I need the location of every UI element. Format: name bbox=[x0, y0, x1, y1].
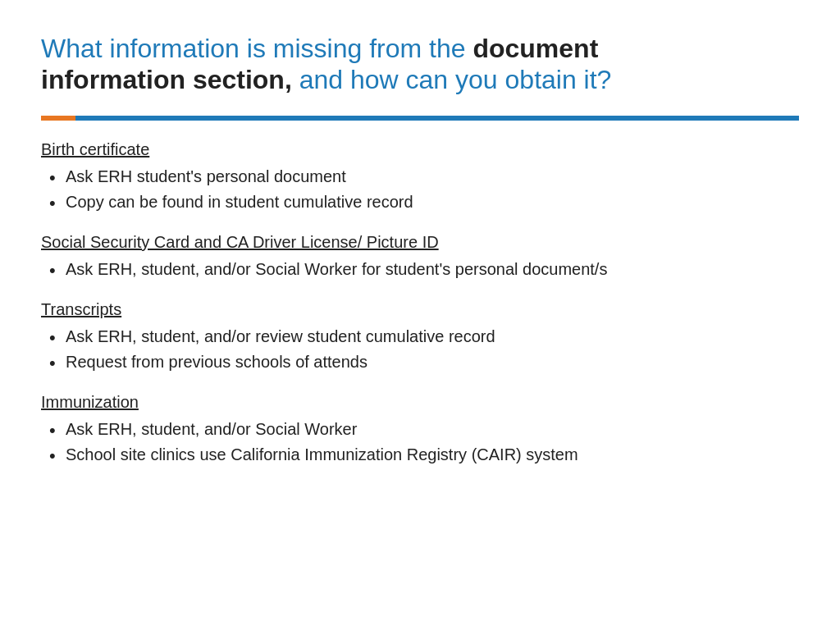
title-line2: information section, and how can you obt… bbox=[41, 64, 799, 95]
list-item: Ask ERH, student, and/or Social Worker bbox=[41, 418, 799, 441]
divider-bar bbox=[41, 116, 799, 121]
title-section: What information is missing from the doc… bbox=[41, 33, 799, 96]
list-item: Ask ERH, student, and/or review student … bbox=[41, 326, 799, 348]
transcripts-bullets: Ask ERH, student, and/or review student … bbox=[41, 326, 799, 373]
birth-certificate-group: Birth certificate Ask ERH student's pers… bbox=[41, 140, 799, 217]
immunization-group: Immunization Ask ERH, student, and/or So… bbox=[41, 393, 799, 469]
immunization-bullets: Ask ERH, student, and/or Social Worker S… bbox=[41, 418, 799, 466]
divider-blue bbox=[75, 116, 799, 121]
transcripts-group: Transcripts Ask ERH, student, and/or rev… bbox=[41, 300, 799, 377]
birth-certificate-bullets: Ask ERH student's personal document Copy… bbox=[41, 166, 799, 213]
content-section: Birth certificate Ask ERH student's pers… bbox=[41, 140, 799, 605]
list-item: Ask ERH, student, and/or Social Worker f… bbox=[41, 258, 799, 281]
title-line1: What information is missing from the doc… bbox=[41, 33, 799, 64]
title-part2-blue: and how can you obtain it? bbox=[299, 65, 612, 94]
immunization-title: Immunization bbox=[41, 393, 799, 412]
social-security-bullets: Ask ERH, student, and/or Social Worker f… bbox=[41, 258, 799, 281]
divider-orange bbox=[41, 116, 75, 121]
title-part2-punctuation: , bbox=[285, 65, 299, 94]
title-part2-black: information section bbox=[41, 65, 285, 94]
title-part1-blue: What information is missing from the bbox=[41, 34, 472, 63]
slide-container: What information is missing from the doc… bbox=[0, 0, 840, 630]
transcripts-title: Transcripts bbox=[41, 300, 799, 319]
list-item: Ask ERH student's personal document bbox=[41, 166, 799, 188]
social-security-title: Social Security Card and CA Driver Licen… bbox=[41, 233, 799, 252]
title-part1-black: document bbox=[472, 34, 598, 63]
list-item: Request from previous schools of attends bbox=[41, 351, 799, 373]
list-item: Copy can be found in student cumulative … bbox=[41, 191, 799, 213]
social-security-group: Social Security Card and CA Driver Licen… bbox=[41, 233, 799, 284]
birth-certificate-title: Birth certificate bbox=[41, 140, 799, 159]
list-item: School site clinics use California Immun… bbox=[41, 444, 799, 466]
